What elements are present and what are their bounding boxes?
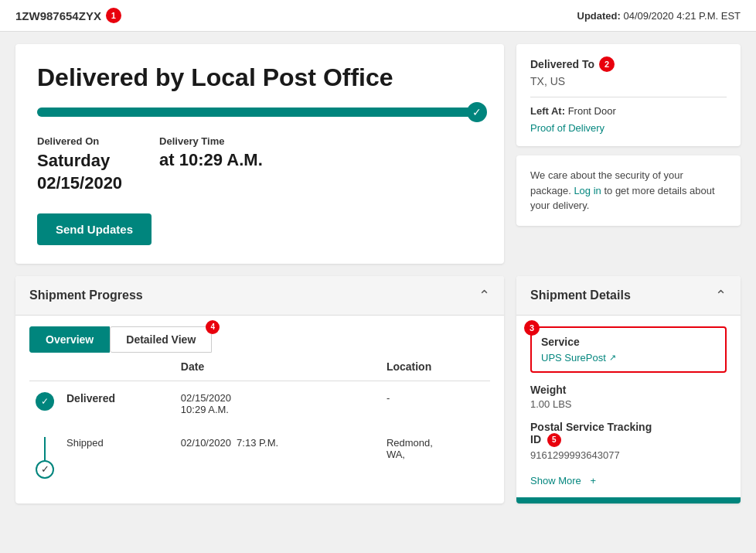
table-row: ✓ Shipped 02/10/2020 7:13 P.M. Redmond,W… [29,426,490,490]
postal-label-text: Postal Service Tracking [530,421,652,433]
left-at-label: Left At: [530,105,565,117]
delivery-address: TX, US [530,75,727,87]
collapse-progress-icon[interactable]: ⌃ [478,287,490,304]
show-more-link[interactable]: Show More + [530,475,596,486]
details-content: 3 Service UPS SurePost ↗ Weight 1.00 LBS… [516,316,741,497]
left-at-text: Left At: Front Door [530,105,727,117]
external-link-icon: ↗ [609,353,616,363]
shipped-location: Redmond,WA, [380,426,490,490]
postal-label-id: ID [530,433,541,445]
step-icon-cell-2: ✓ [29,426,60,490]
shipment-progress-header: Shipment Progress ⌃ [15,276,504,316]
delivery-time: at 10:29 A.M. [159,150,263,170]
send-updates-button[interactable]: Send Updates [37,213,152,245]
progress-bar: ✓ [37,108,482,117]
tab-badge-4: 4 [206,320,220,334]
service-link[interactable]: UPS SurePost ↗ [541,352,616,364]
postal-value: 9161299993643077 [530,449,727,461]
delivery-time-col: Delivery Time at 10:29 A.M. [159,135,263,194]
progress-bar-fill [37,108,482,117]
delivered-on-col: Delivered On Saturday02/15/2020 [37,135,122,194]
badge-1: 1 [106,8,121,23]
postal-item: Postal Service Tracking ID 5 91612999936… [530,421,727,461]
step-icon-cell: ✓ [29,381,60,426]
bottom-teal-bar [516,497,741,504]
delivered-step-icon: ✓ [36,392,54,411]
delivered-date: 02/15/202010:29 A.M. [175,381,380,426]
col-date: Date [175,353,380,381]
updated-info: Updated: 04/09/2020 4:21 P.M. EST [577,10,741,22]
weight-value: 1.00 LBS [530,398,727,410]
shipped-date: 02/10/2020 7:13 P.M. [175,426,380,490]
collapse-details-icon[interactable]: ⌃ [715,287,727,304]
tab-overview[interactable]: Overview [29,326,110,353]
weight-item: Weight 1.00 LBS [530,384,727,410]
badge-5: 5 [547,433,561,447]
show-more-text: Show More [530,475,581,486]
delivered-to-card: Delivered To 2 TX, US Left At: Front Doo… [516,44,741,146]
shipment-details-header: Shipment Details ⌃ [516,276,741,316]
login-link[interactable]: Log in [574,185,601,196]
shipment-progress-panel: Shipment Progress ⌃ Overview Detailed Vi… [15,276,504,504]
delivered-to-label: Delivered To [530,58,594,70]
divider [530,97,727,97]
delivered-location: - [380,381,490,426]
main-layout: Delivered by Local Post Office ✓ Deliver… [0,32,756,276]
tab-bar: Overview Detailed View 4 [15,316,504,353]
progress-check-icon: ✓ [467,102,487,122]
table-header-row: Date Location [29,353,490,381]
postal-label: Postal Service Tracking ID 5 [530,421,727,447]
shipment-progress-title: Shipment Progress [29,288,143,302]
top-bar: 1ZW987654ZYX 1 Updated: 04/09/2020 4:21 … [0,0,756,32]
service-value: UPS SurePost [541,352,606,364]
table-row: ✓ Delivered 02/15/202010:29 A.M. - [29,381,490,426]
tracking-table: Date Location ✓ Delivered 02/15/202010:2… [29,353,490,490]
status-shipped: Shipped [60,426,175,490]
delivered-label: Delivered [66,392,115,405]
bottom-section: Shipment Progress ⌃ Overview Detailed Vi… [0,276,756,516]
proof-of-delivery-link[interactable]: Proof of Delivery [530,122,604,134]
security-card: We care about the security of your packa… [516,155,741,226]
updated-value: 04/09/2020 4:21 P.M. EST [623,10,741,22]
weight-label: Weight [530,384,727,396]
tab-detailed-view[interactable]: Detailed View [110,326,212,353]
col-location: Location [380,353,490,381]
shipped-step-icon: ✓ [36,460,54,479]
col-icon [29,353,60,381]
delivery-title: Delivered by Local Post Office [37,63,482,92]
left-at-value: Front Door [568,105,616,117]
service-label: Service [541,336,716,348]
tracking-number: 1ZW987654ZYX [15,9,101,22]
step-line [44,437,46,460]
tracking-table-wrap: Date Location ✓ Delivered 02/15/202010:2… [15,353,504,490]
delivery-info-row: Delivered On Saturday02/15/2020 Delivery… [37,135,482,194]
service-section: 3 Service UPS SurePost ↗ [530,326,727,373]
shipment-details-title: Shipment Details [530,288,631,302]
service-box: Service UPS SurePost ↗ [530,326,727,373]
tracking-number-wrap: 1ZW987654ZYX 1 [15,8,121,23]
badge-3: 3 [524,320,540,336]
updated-label: Updated: [577,10,621,22]
col-status [60,353,175,381]
delivery-date: Saturday02/15/2020 [37,150,122,194]
right-sidebar: Delivered To 2 TX, US Left At: Front Doo… [516,44,741,264]
delivered-on-label: Delivered On [37,135,122,147]
delivered-to-header: Delivered To 2 [530,56,727,72]
delivery-card: Delivered by Local Post Office ✓ Deliver… [15,44,504,264]
shipment-details-panel: Shipment Details ⌃ 3 Service UPS SurePos… [516,276,741,504]
security-text: We care about the security of your packa… [530,168,727,213]
badge-2: 2 [599,56,615,72]
delivery-time-label: Delivery Time [159,135,263,147]
status-delivered: Delivered [60,381,175,426]
plus-icon: + [590,475,596,486]
tab-detailed-wrap: Detailed View 4 [110,326,212,353]
